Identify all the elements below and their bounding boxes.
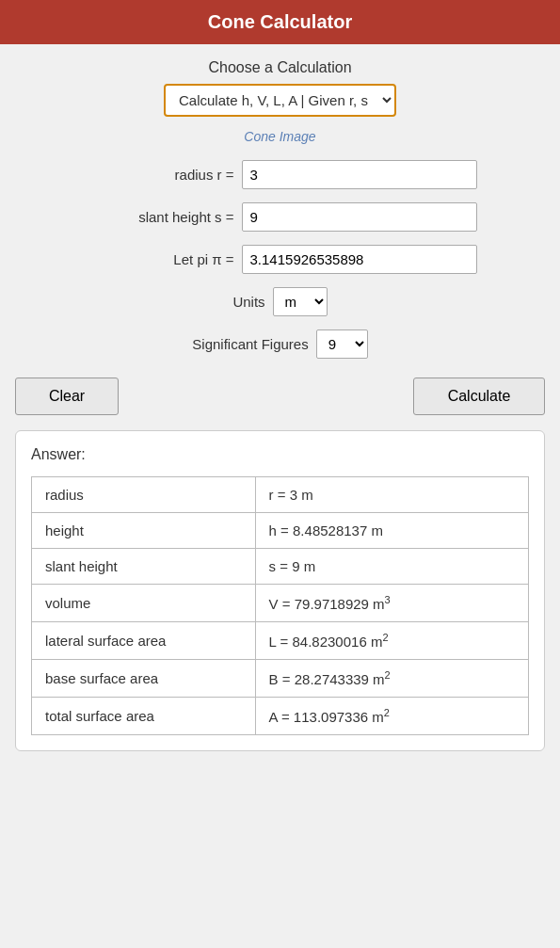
calculation-select[interactable]: Calculate h, V, L, A | Given r, s Calcul… (164, 84, 396, 117)
table-row: volumeV = 79.9718929 m3 (32, 585, 529, 622)
result-value: s = 9 m (255, 549, 528, 585)
result-value: B = 28.2743339 m2 (255, 660, 528, 698)
sigfig-label: Significant Figures (192, 336, 308, 352)
sigfig-row: Significant Figures 3 4 5 6 7 8 9 10 (15, 329, 545, 359)
slant-height-input[interactable] (242, 202, 477, 232)
answer-title: Answer: (31, 446, 529, 463)
result-label: base surface area (32, 660, 256, 698)
table-row: heighth = 8.48528137 m (32, 513, 529, 549)
result-label: height (32, 513, 256, 549)
cone-image-link[interactable]: Cone Image (244, 129, 315, 144)
result-value: V = 79.9718929 m3 (255, 585, 528, 622)
result-value: L = 84.8230016 m2 (255, 622, 528, 660)
result-label: radius (32, 477, 256, 513)
table-row: slant heights = 9 m (32, 549, 529, 585)
radius-row: radius r = (15, 160, 545, 189)
result-label: slant height (32, 549, 256, 585)
sigfig-select[interactable]: 3 4 5 6 7 8 9 10 (316, 329, 368, 359)
table-row: base surface areaB = 28.2743339 m2 (32, 660, 529, 698)
result-label: volume (32, 585, 256, 622)
pi-label: Let pi π = (84, 251, 234, 267)
slant-height-label: slant height s = (84, 209, 234, 225)
page-title: Cone Calculator (0, 0, 560, 44)
units-label: Units (232, 294, 264, 310)
result-value: r = 3 m (255, 477, 528, 513)
slant-height-row: slant height s = (15, 202, 545, 232)
button-row: Clear Calculate (15, 378, 545, 415)
table-row: total surface areaA = 113.097336 m2 (32, 698, 529, 735)
table-row: lateral surface areaL = 84.8230016 m2 (32, 622, 529, 660)
radius-input[interactable] (242, 160, 477, 189)
radius-label: radius r = (84, 167, 234, 183)
result-label: total surface area (32, 698, 256, 735)
answer-section: Answer: radiusr = 3 mheighth = 8.4852813… (15, 430, 545, 751)
table-row: radiusr = 3 m (32, 477, 529, 513)
calculate-button[interactable]: Calculate (413, 378, 545, 415)
results-table: radiusr = 3 mheighth = 8.48528137 mslant… (31, 476, 529, 735)
pi-input[interactable] (242, 245, 477, 274)
choose-label: Choose a Calculation (15, 59, 545, 76)
result-value: A = 113.097336 m2 (255, 698, 528, 735)
result-label: lateral surface area (32, 622, 256, 660)
units-row: Units m cm km ft in yd (15, 287, 545, 316)
result-value: h = 8.48528137 m (255, 513, 528, 549)
clear-button[interactable]: Clear (15, 378, 119, 415)
units-select[interactable]: m cm km ft in yd (273, 287, 328, 316)
pi-row: Let pi π = (15, 245, 545, 274)
